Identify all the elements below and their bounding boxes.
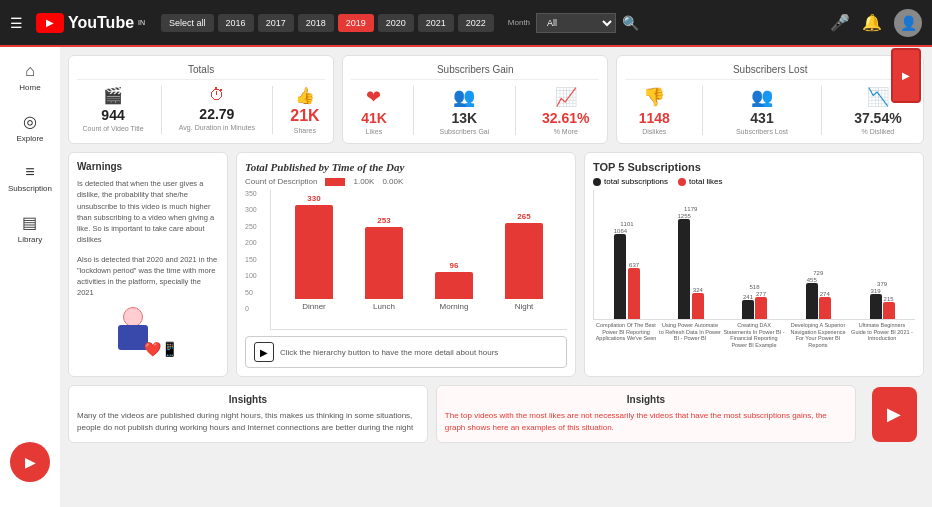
- sub-lost-value: 431: [750, 110, 773, 126]
- bar-morning-val: 96: [450, 261, 459, 270]
- library-label: Library: [18, 235, 42, 244]
- bars-area: 330 Dinner 253 Lunch: [270, 190, 567, 330]
- chart-legend-color: [325, 178, 345, 186]
- shares-label: Shares: [294, 127, 316, 134]
- y-tick-250: 250: [245, 223, 270, 230]
- sub-lost-title: Subscribers Lost: [625, 64, 915, 80]
- filter-2022[interactable]: 2022: [458, 14, 494, 32]
- sub-lost-label: Subscribers Lost: [736, 128, 788, 135]
- duration-label: Avg. Duration in Minutes: [179, 124, 255, 131]
- group-label-3: Creating DAX Statements In Power BI - Fi…: [723, 322, 785, 348]
- hint-text: Click the hierarchy button to have the m…: [280, 348, 498, 357]
- g2-black-bar: [678, 219, 690, 319]
- filter-2018[interactable]: 2018: [298, 14, 334, 32]
- month-select[interactable]: All: [536, 13, 616, 33]
- legend-subscriptions: total subscriptions: [593, 177, 668, 186]
- totals-items: 🎬 944 Count of Video Title ⏱ 22.79 Avg. …: [77, 86, 325, 134]
- nav-explore[interactable]: ◎ Explore: [16, 112, 43, 143]
- divider3: [413, 86, 414, 135]
- filter-2019[interactable]: 2019: [338, 14, 374, 32]
- filter-select-all[interactable]: Select all: [161, 14, 214, 32]
- likes-value: 41K: [361, 110, 387, 126]
- chart-subtitle-val2: 0.00K: [382, 177, 403, 186]
- y-tick-300: 300: [245, 206, 270, 213]
- avatar[interactable]: 👤: [894, 9, 922, 37]
- bar-dinner: 330 Dinner: [295, 194, 333, 311]
- divider4: [515, 86, 516, 135]
- group-label-4: Developing A Superior Navigation Experie…: [787, 322, 849, 348]
- group-3: 518 241 277: [724, 284, 786, 319]
- pct-more-label: % More: [554, 128, 578, 135]
- group-1: 1101 1064 637: [596, 221, 658, 319]
- sub-gain-item: 👥 13K Subscribers Gai: [440, 86, 490, 135]
- dislikes-item: 👎 1148 Dislikes: [639, 86, 670, 135]
- subscribers-lost-card: Subscribers Lost 👎 1148 Dislikes 👥 431: [616, 55, 924, 144]
- totals-title: Totals: [77, 64, 325, 80]
- y-tick-50: 50: [245, 289, 270, 296]
- legend-likes: total likes: [678, 177, 722, 186]
- legend-dot-red: [678, 178, 686, 186]
- home-label: Home: [19, 83, 40, 92]
- bar-lunch: 253 Lunch: [365, 216, 403, 311]
- sub-gain-items: ❤ 41K Likes 👥 13K Subscribers Gai: [351, 86, 599, 135]
- y-tick-0: 0: [245, 305, 270, 312]
- bell-icon[interactable]: 🔔: [862, 13, 882, 32]
- chart-subtitle: Count of Description: [245, 177, 317, 186]
- nav-home[interactable]: ⌂ Home: [19, 62, 40, 92]
- warnings-text1: Is detected that when the user gives a d…: [77, 178, 219, 246]
- y-tick-200: 200: [245, 239, 270, 246]
- bar-chart-panel: Total Published by Time of the Day Count…: [236, 152, 576, 377]
- search-icon[interactable]: 🔍: [622, 15, 639, 31]
- content-area: ⌂ Home ◎ Explore ≡ Subscription ▤ Librar…: [0, 47, 932, 507]
- warnings-title: Warnings: [77, 161, 219, 172]
- group-label-5: Ultimate Beginners Guide to Power BI 202…: [851, 322, 913, 348]
- insight-right-text: The top videos with the most likes are n…: [445, 410, 847, 434]
- play-button[interactable]: ▶: [254, 342, 274, 362]
- pct-dislike-icon: 📉: [867, 86, 889, 108]
- nav-library[interactable]: ▤ Library: [18, 213, 42, 244]
- yt-mascot: ▶: [864, 385, 924, 443]
- clock-icon: ⏱: [209, 86, 225, 104]
- likes-label: Likes: [366, 128, 382, 135]
- legend-dot-black: [593, 178, 601, 186]
- filter-2016[interactable]: 2016: [218, 14, 254, 32]
- y-tick-100: 100: [245, 272, 270, 279]
- total-shares: 👍 21K Shares: [290, 86, 319, 134]
- yt-phone-illustration: ▶: [891, 48, 921, 103]
- group-5: 379 319 215: [851, 281, 913, 319]
- top5-title: TOP 5 Subscriptions: [593, 161, 915, 173]
- explore-label: Explore: [16, 134, 43, 143]
- insight-left-title: Insights: [77, 394, 419, 405]
- warnings-panel: Warnings Is detected that when the user …: [68, 152, 228, 377]
- menu-icon[interactable]: ☰: [10, 15, 23, 31]
- divider6: [821, 86, 822, 135]
- bar-morning-bar: [435, 272, 473, 299]
- mic-icon[interactable]: 🎤: [830, 13, 850, 32]
- explore-icon: ◎: [23, 112, 37, 131]
- divider1: [161, 86, 162, 134]
- divider5: [702, 86, 703, 135]
- g5-black-bar: [870, 294, 882, 319]
- legend-label-likes: total likes: [689, 177, 722, 186]
- chart-title: Total Published by Time of the Day: [245, 161, 567, 173]
- filter-2020[interactable]: 2020: [378, 14, 414, 32]
- top-cards: Totals 🎬 944 Count of Video Title ⏱ 22.7…: [68, 55, 924, 144]
- youtube-icon: [36, 13, 64, 33]
- filter-2021[interactable]: 2021: [418, 14, 454, 32]
- g3-bars: 241 277: [742, 291, 767, 319]
- g5-red-bar: [883, 302, 895, 319]
- dislikes-value: 1148: [639, 110, 670, 126]
- g2-top: 1179: [684, 206, 697, 212]
- bar-night-label: Night: [515, 302, 534, 311]
- group-label-2: Using Power Automate to Refresh Data In …: [659, 322, 721, 348]
- top5-chart: 1101 1064 637: [593, 190, 915, 320]
- filter-2017[interactable]: 2017: [258, 14, 294, 32]
- year-filters: Select all 2016 2017 2018 2019 2020 2021…: [161, 14, 494, 32]
- subscriber-icon: 👥: [453, 86, 475, 108]
- lost-sub-icon: 👥: [751, 86, 773, 108]
- insight-right-title: Insights: [445, 394, 847, 405]
- bar-dinner-val: 330: [307, 194, 320, 203]
- nav-subscription[interactable]: ≡ Subscription: [8, 163, 52, 193]
- totals-card: Totals 🎬 944 Count of Video Title ⏱ 22.7…: [68, 55, 334, 144]
- left-nav: ⌂ Home ◎ Explore ≡ Subscription ▤ Librar…: [0, 47, 60, 507]
